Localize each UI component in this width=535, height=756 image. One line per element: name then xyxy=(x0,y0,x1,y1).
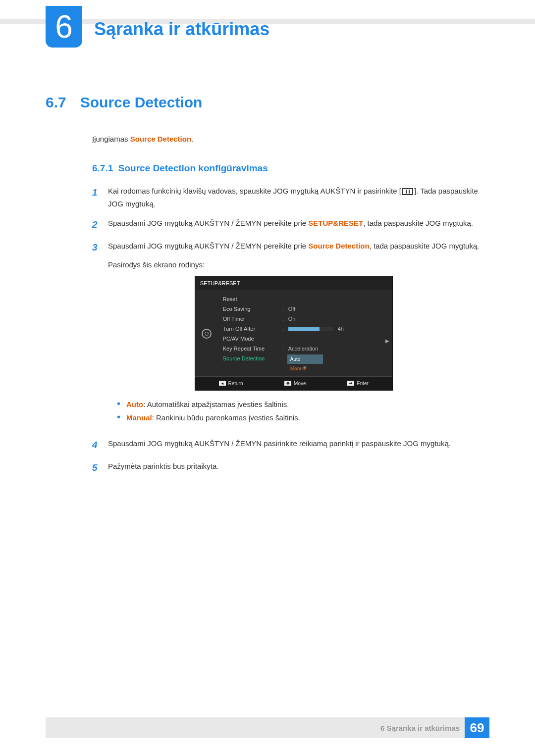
bullet-auto: • Auto: Automatiškai atpažįstamas įvesti… xyxy=(117,398,479,411)
subsection-title: Source Detection konfigūravimas xyxy=(118,163,268,173)
osd-value: Off xyxy=(288,304,387,314)
step-text: Pažymėta parinktis bus pritaikyta. xyxy=(108,460,218,476)
osd-colon: : xyxy=(282,344,288,353)
osd-label: Eco Saving xyxy=(223,304,282,314)
section-heading: 6.7 Source Detection xyxy=(46,94,489,111)
intro-highlight: Source Detection xyxy=(130,135,191,143)
step2-post: , tada paspauskite JOG mygtuką. xyxy=(363,219,473,227)
steps-list: 1 Kai rodomas funkcinių klavišų vadovas,… xyxy=(92,185,489,476)
osd-value: 4h xyxy=(288,324,387,334)
page-footer: 6 Sąranka ir atkūrimas 69 xyxy=(46,717,489,738)
bullet-manual: • Manual: Rankiniu būdu parenkamas įvest… xyxy=(117,411,479,424)
step2-pre: Spausdami JOG mygtuką AUKŠTYN / ŽEMYN pe… xyxy=(108,219,308,227)
menu-icon xyxy=(402,188,413,195)
osd-progress-bar xyxy=(288,327,333,331)
bullet-label: Manual xyxy=(126,413,152,422)
bullet-desc: : Rankiniu būdu parenkamas įvesties šalt… xyxy=(152,413,300,422)
step-1: 1 Kai rodomas funkcinių klavišų vadovas,… xyxy=(92,185,489,210)
osd-dropdown: Auto Manual xyxy=(287,354,323,373)
bullet-desc: : Automatiškai atpažįstamas įvesties šal… xyxy=(143,400,289,408)
osd-row-pcav: PC/AV Mode xyxy=(221,334,389,344)
osd-icon-column xyxy=(195,291,218,376)
osd-footer-label: Return xyxy=(228,379,243,388)
chevron-right-icon: ▶ xyxy=(385,337,389,345)
osd-colon: : xyxy=(282,324,288,334)
step3-post: , tada paspauskite JOG mygtuką. xyxy=(370,242,480,250)
osd-footer-label: Enter xyxy=(357,379,369,388)
osd-row-turnoff: Turn Off After:4h xyxy=(221,324,389,334)
osd-row-offtimer: Off Timer:On xyxy=(221,314,389,324)
step-4: 4 Spausdami JOG mygtuką AUKŠTYN / ŽEMYN … xyxy=(92,437,489,453)
osd-footer-enter: ↵Enter xyxy=(347,379,369,388)
step-number: 2 xyxy=(92,217,101,233)
osd-row-eco: Eco Saving:Off xyxy=(221,304,389,314)
step1-text-pre: Kai rodomas funkcinių klavišų vadovas, s… xyxy=(108,187,401,195)
step3-pre: Spausdami JOG mygtuką AUKŠTYN / ŽEMYN pe… xyxy=(108,242,308,250)
step2-highlight: SETUP&RESET xyxy=(308,219,363,227)
bullet-label: Auto xyxy=(126,400,143,408)
option-bullets: • Auto: Automatiškai atpažįstamas įvesti… xyxy=(117,398,479,424)
osd-footer: ◂Return ✥Move ↵Enter xyxy=(195,376,392,390)
step-2: 2 Spausdami JOG mygtuką AUKŠTYN / ŽEMYN … xyxy=(92,217,489,233)
bullet-dot-icon: • xyxy=(117,411,120,424)
gear-icon xyxy=(202,329,212,339)
intro-prefix: Įjungiamas xyxy=(92,135,130,143)
osd-colon: : xyxy=(282,314,288,324)
osd-title: SETUP&RESET xyxy=(195,276,392,291)
move-icon: ✥ xyxy=(284,381,291,386)
step3-after: Pasirodys šis ekrano rodinys: xyxy=(108,258,479,271)
step-text: Spausdami JOG mygtuką AUKŠTYN / ŽEMYN pe… xyxy=(108,217,473,233)
osd-value: On xyxy=(288,314,387,324)
osd-colon: : xyxy=(282,304,288,314)
osd-bar-label: 4h xyxy=(338,326,344,332)
step-text: Kai rodomas funkcinių klavišų vadovas, s… xyxy=(108,185,489,210)
osd-label: Source Detection xyxy=(223,354,282,363)
step-number: 4 xyxy=(92,437,101,453)
osd-footer-move: ✥Move xyxy=(284,379,306,388)
osd-footer-return: ◂Return xyxy=(219,379,243,388)
osd-label: Turn Off After xyxy=(223,324,282,334)
subsection-heading: 6.7.1 Source Detection konfigūravimas xyxy=(92,163,489,174)
section-title: Source Detection xyxy=(80,94,203,111)
return-icon: ◂ xyxy=(219,381,226,386)
intro-suffix: . xyxy=(191,135,193,143)
osd-value: Acceleration xyxy=(288,344,387,353)
page-number: 69 xyxy=(465,717,489,738)
step3-highlight: Source Detection xyxy=(308,242,369,250)
osd-row-reset: Reset xyxy=(221,294,389,304)
subsection-number: 6.7.1 xyxy=(92,163,113,173)
osd-label: PC/AV Mode xyxy=(223,334,282,344)
footer-chapter-ref: 6 Sąranka ir atkūrimas xyxy=(380,724,460,732)
step-number: 3 xyxy=(92,240,101,430)
osd-label: Reset xyxy=(223,295,282,304)
content-area: 6.7 Source Detection Įjungiamas Source D… xyxy=(46,94,489,483)
step-number: 5 xyxy=(92,460,101,476)
chapter-number-badge: 6 xyxy=(46,6,82,48)
step-text: Spausdami JOG mygtuką AUKŠTYN / ŽEMYN pe… xyxy=(108,240,479,430)
osd-body: Reset Eco Saving:Off Off Timer:On Turn O… xyxy=(195,291,392,376)
osd-option-auto: Auto xyxy=(287,354,323,364)
osd-footer-label: Move xyxy=(294,379,306,388)
osd-label: Key Repeat Time xyxy=(223,344,282,353)
bullet-text: Manual: Rankiniu būdu parenkamas įvestie… xyxy=(126,411,300,424)
step-3: 3 Spausdami JOG mygtuką AUKŠTYN / ŽEMYN … xyxy=(92,240,489,430)
section-number: 6.7 xyxy=(46,94,66,111)
step-number: 1 xyxy=(92,185,101,210)
step-5: 5 Pažymėta parinktis bus pritaikyta. xyxy=(92,460,489,476)
bullet-text: Auto: Automatiškai atpažįstamas įvesties… xyxy=(126,398,289,411)
enter-icon: ↵ xyxy=(347,381,354,386)
osd-label: Off Timer xyxy=(223,314,282,324)
step-text: Spausdami JOG mygtuką AUKŠTYN / ŽEMYN pa… xyxy=(108,437,451,453)
osd-row-keyrepeat: Key Repeat Time:Acceleration xyxy=(221,344,389,353)
intro-text: Įjungiamas Source Detection. xyxy=(92,135,489,143)
osd-option-manual: Manual xyxy=(287,364,323,373)
osd-screenshot: SETUP&RESET Reset Eco Saving:Off Off Tim… xyxy=(108,276,479,391)
chapter-title: Sąranka ir atkūrimas xyxy=(94,19,269,40)
osd-panel: SETUP&RESET Reset Eco Saving:Off Off Tim… xyxy=(195,276,393,391)
bullet-dot-icon: • xyxy=(117,398,120,411)
